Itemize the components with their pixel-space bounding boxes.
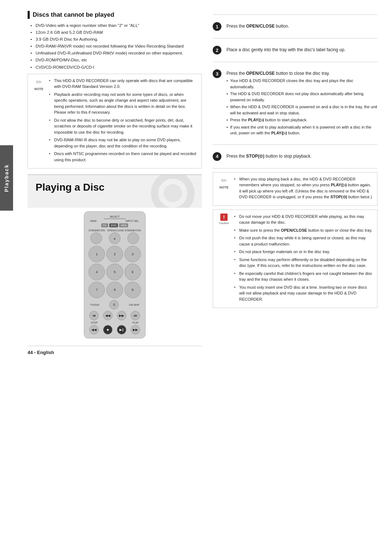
remote-area: SELECT VIEW INPUT SEL. TV DVD HDD <box>28 211 202 338</box>
discs-bullet-list: DVD-Video with a region number other tha… <box>28 23 202 70</box>
note-content: This HDD & DVD RECORDER can only operate… <box>49 78 197 165</box>
remote-transport-top: ⏮ ◀◀ ▶▶ ⏭ <box>87 311 142 320</box>
remote-tab-tv[interactable]: TV <box>101 223 108 227</box>
step-sub-item: When the HDD & DVD RECORDER is powered o… <box>226 104 377 116</box>
playing-disc-header: Playing a Disc <box>28 175 202 208</box>
step-sub-item: Your HDD & DVD RECORDER closes the disc … <box>226 78 377 90</box>
resume-note-icon: ✏ <box>221 176 227 185</box>
caution-item: You must only insert one DVD disc at a t… <box>234 284 373 303</box>
resume-note-content: When you stop playing back a disc, the H… <box>234 176 373 202</box>
resume-note-icon-area: ✏ NOTE <box>217 176 230 202</box>
remote-tab-dvd[interactable]: DVD <box>109 223 118 227</box>
open-close-label: OPEN/CLOSE STANDBY/ON <box>107 229 141 232</box>
remote-num-2[interactable]: 2 <box>106 246 123 262</box>
caution-item: Do not move your HDD & DVD RECORDER whil… <box>234 214 373 226</box>
remote-stop-btn[interactable]: ■ <box>103 325 113 334</box>
step-content-1: Press the OPEN/CLOSE button. <box>226 22 377 29</box>
remote-num-7[interactable]: 7 <box>89 282 105 298</box>
step-row-2: 2 Place a disc gently into the tray with… <box>213 42 377 58</box>
tv-dvd-label: TV/DVD <box>90 304 99 306</box>
section-heading-discs: Discs that cannot be played <box>28 11 202 19</box>
remote-num-3[interactable]: 3 <box>124 246 141 262</box>
input-sel-label: INPUT SEL. <box>126 220 139 222</box>
note-item: This HDD & DVD RECORDER can only operate… <box>49 78 197 90</box>
remote-num-8[interactable]: 8 <box>106 282 123 298</box>
step-number-3: 3 <box>213 69 221 78</box>
remote-select-label: SELECT <box>87 215 142 218</box>
remote-next-btn[interactable]: ⏭ <box>131 311 140 320</box>
note-box-discs: ✏ NOTE This HDD & DVD RECORDER can only … <box>28 74 202 169</box>
section-title-discs: Discs that cannot be played <box>33 11 114 19</box>
step-row-4: 4 Press the STOP(⊙) button to stop playb… <box>213 149 377 165</box>
caution-label: Caution <box>219 222 229 225</box>
caution-item: Make sure to press the OPEN/CLOSE button… <box>234 227 373 234</box>
list-item: 12cm 2.6 GB and 5.2 GB DVD-RAM <box>30 29 202 35</box>
caution-item: Do not place foreign materials on or in … <box>234 249 373 255</box>
remote-standby-labels: STANDBY/ON OPEN/CLOSE STANDBY/ON <box>87 229 142 232</box>
right-column: 1 Press the OPEN/CLOSE button. 2 Place a… <box>213 11 377 355</box>
remote-num-1[interactable]: 1 <box>89 246 105 262</box>
remote-num-9[interactable]: 9 <box>124 282 141 298</box>
remote-num-4[interactable]: 4 <box>89 264 105 280</box>
remote-open-close-btn[interactable]: ▲ <box>109 232 121 244</box>
resume-note-item: When you stop playing back a disc, the H… <box>234 176 373 200</box>
remote-standby-btn[interactable] <box>90 232 102 244</box>
remote-tv-dvd-row: TV/DVD 0 CM SKIP <box>87 300 142 309</box>
footer-row: 44 - English <box>28 346 202 355</box>
footer-page-text: 44 - English <box>28 350 54 355</box>
step-row-1: 1 Press the OPEN/CLOSE button. <box>213 19 377 34</box>
step-number-2: 2 <box>213 46 221 54</box>
remote-num-grid: 1 2 3 4 5 6 7 8 9 <box>87 246 142 298</box>
step-content-3: Press the OPEN/CLOSE button to close the… <box>226 69 377 137</box>
list-item: 3.9 GB DVD-R Disc for Authoring. <box>30 36 202 42</box>
step-sub-item: Press the PLAY(▷) button to start playba… <box>226 117 377 123</box>
remote-stop-play-labels: STOP PLAY <box>87 321 142 324</box>
cm-skip-label: CM SKIP <box>129 304 139 306</box>
step-sub-item: The HDD & DVD RECORDER does not play dis… <box>226 91 377 103</box>
step-row-3: 3 Press the OPEN/CLOSE button to close t… <box>213 66 377 141</box>
remote-tab-hdd[interactable]: HDD <box>119 223 128 227</box>
remote-tabs: TV DVD HDD <box>87 223 142 227</box>
standby-label: STANDBY/ON <box>89 229 105 232</box>
resume-note-box: ✏ NOTE When you stop playing back a disc… <box>213 172 377 206</box>
note-icon-area: ✏ NOTE <box>32 78 45 165</box>
list-item: DVD-ROM/PD/MV-Disc, etc <box>30 57 202 63</box>
step-divider-1 <box>213 15 377 15</box>
list-item: DVD-RAM/-RW(VR mode) not recorded follow… <box>30 43 202 49</box>
remote-ffw-btn[interactable]: ▶▶ <box>117 311 126 320</box>
remote-num-5[interactable]: 5 <box>106 264 123 280</box>
playing-disc-section: Playing a Disc SELECT VIEW INPUT SEL. <box>28 174 202 338</box>
remote-play-pause-btn[interactable]: ▶|| <box>117 325 126 334</box>
remote-back-btn[interactable]: ◀◀ <box>89 325 99 334</box>
remote-rew-btn[interactable]: ◀◀ <box>103 311 113 320</box>
step-sub-item: If you want the unit to play automatical… <box>226 124 377 136</box>
remote-power-btn[interactable] <box>127 232 139 244</box>
left-column: Discs that cannot be played DVD-Video wi… <box>28 11 202 355</box>
step-content-4: Press the STOP(⊙) button to stop playbac… <box>226 152 377 159</box>
resume-note-label: NOTE <box>219 186 228 189</box>
stop-label: STOP <box>91 321 98 324</box>
caution-item: Some functions may perform differently o… <box>234 257 373 269</box>
step-content-2: Place a disc gently into the tray with t… <box>226 46 377 53</box>
remote-prev-btn[interactable]: ⏮ <box>89 311 99 320</box>
view-label: VIEW <box>90 220 97 222</box>
step-number-4: 4 <box>213 152 221 161</box>
step-divider-4 <box>213 145 377 145</box>
remote-select-line <box>104 219 126 219</box>
list-item: DVD-Video with a region number other tha… <box>30 23 202 28</box>
remote-num-0[interactable]: 0 <box>109 300 119 309</box>
step-sub-3: Your HDD & DVD RECORDER closes the disc … <box>226 78 377 136</box>
remote-transport-bottom: ◀◀ ■ ▶|| ▶▶ <box>87 325 142 334</box>
play-label: PLAY <box>132 321 139 324</box>
heading-bar <box>28 11 30 19</box>
playing-disc-title: Playing a Disc <box>36 182 194 193</box>
note-item: Do not allow the disc to become dirty or… <box>49 117 197 135</box>
caution-box: ! Caution Do not move your HDD & DVD REC… <box>213 210 377 308</box>
remote-num-6[interactable]: 6 <box>124 264 141 280</box>
note-label: NOTE <box>34 87 43 91</box>
step-divider-5 <box>213 168 377 169</box>
remote-labels-row: VIEW INPUT SEL. <box>87 220 142 222</box>
remote-control: SELECT VIEW INPUT SEL. TV DVD HDD <box>84 211 146 338</box>
caution-icon: ! <box>220 214 228 221</box>
remote-fwd-btn[interactable]: ▶▶ <box>131 325 140 334</box>
